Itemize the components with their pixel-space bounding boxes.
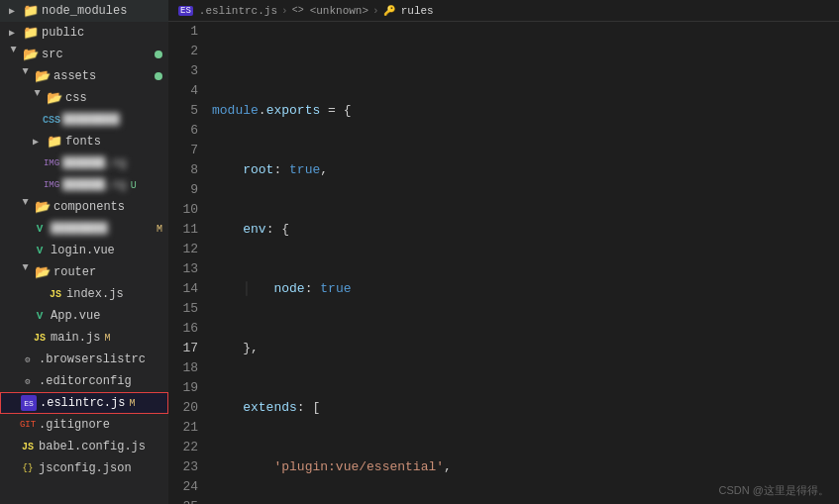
sidebar-item-label: assets: [53, 69, 96, 83]
line-num-5: 5: [178, 101, 198, 121]
css-file-icon: CSS: [44, 112, 59, 128]
line-num-24: 24: [178, 477, 198, 497]
sidebar-item-label: jsconfig.json: [39, 461, 132, 475]
sidebar-item-label: css: [65, 91, 87, 105]
folder-icon: 📁: [23, 3, 39, 19]
line-numbers: 1 2 3 4 5 6 7 8 9 10 11 12 13 14 15 16 1…: [168, 22, 208, 504]
sidebar-item-assets[interactable]: ▶ 📂 assets: [0, 65, 168, 87]
folder-open-icon: 📂: [35, 264, 51, 280]
chevron-right-icon: ▶: [28, 134, 44, 150]
line-num-12: 12: [178, 240, 198, 259]
sidebar-item-gitignore[interactable]: GIT .gitignore: [0, 414, 168, 436]
sidebar-item-src[interactable]: ▶ 📂 src: [0, 44, 168, 65]
sidebar-item-node-modules[interactable]: ▶ 📁 node_modules: [0, 0, 168, 22]
sidebar-item-label: .eslintrc.js: [40, 396, 125, 410]
sidebar-item-css-file[interactable]: CSS ████████: [0, 109, 168, 131]
vue-icon: V: [32, 243, 48, 258]
line-num-19: 19: [178, 378, 198, 398]
line-num-7: 7: [178, 141, 198, 160]
folder-open-icon: 📂: [35, 68, 51, 84]
image-icon: IMG: [44, 155, 59, 171]
sidebar-item-main-js[interactable]: JS main.js M: [0, 327, 168, 349]
eslint-breadcrumb-icon: ES: [178, 6, 193, 16]
line-num-2: 2: [178, 42, 198, 61]
file-explorer[interactable]: ▶ 📁 node_modules ▶ 📁 public ▶ 📂 src ▶ 📂 …: [0, 0, 168, 504]
folder-open-icon: 📂: [47, 90, 62, 106]
code-content[interactable]: module.exports = { root: true, env: { │ …: [208, 22, 839, 504]
sidebar-item-editorconfig[interactable]: ⚙ .editorconfig: [0, 370, 168, 392]
sidebar-item-label: ██████.ng: [62, 156, 127, 170]
line-num-16: 16: [178, 319, 198, 339]
line-num-3: 3: [178, 61, 198, 81]
sidebar-item-css[interactable]: ▶ 📂 css: [0, 87, 168, 109]
line-num-8: 8: [178, 160, 198, 180]
git-icon: GIT: [20, 417, 36, 433]
sidebar-item-label: App.vue: [51, 309, 100, 323]
sidebar-item-label: .browserslistrc: [39, 353, 146, 366]
code-line-5: },: [212, 339, 839, 358]
line-num-22: 22: [178, 438, 198, 457]
sidebar-item-label: login.vue: [51, 244, 115, 257]
code-line-4: │ node: true: [212, 279, 839, 299]
sidebar-item-label: components: [53, 200, 125, 214]
line-num-25: 25: [178, 497, 198, 504]
modified-dot: [155, 50, 162, 58]
sidebar-item-babel[interactable]: JS babel.config.js: [0, 436, 168, 457]
line-num-13: 13: [178, 259, 198, 279]
chevron-down-icon: ▶: [28, 90, 44, 106]
eslint-icon: ES: [21, 395, 37, 411]
sidebar-item-fonts[interactable]: ▶ 📁 fonts: [0, 131, 168, 152]
line-num-11: 11: [178, 220, 198, 240]
line-num-17: 17: [178, 339, 198, 358]
sidebar-item-label: ████████: [51, 222, 108, 236]
code-line-7: 'plugin:vue/essential',: [212, 457, 839, 477]
badge-m: M: [104, 333, 116, 344]
breadcrumb-rules-icon: 🔑: [383, 5, 395, 17]
sidebar-item-router[interactable]: ▶ 📂 router: [0, 261, 168, 283]
breadcrumb-sep2: ›: [372, 5, 379, 17]
breadcrumb: ES .eslintrc.js › <> <unknown> › 🔑 rules: [168, 0, 839, 22]
chevron-down-icon: ▶: [4, 47, 20, 62]
sidebar-item-label: ██████.ng: [62, 178, 127, 192]
dotfile-icon: ⚙: [20, 352, 36, 367]
sidebar-item-browserslist[interactable]: ⚙ .browserslistrc: [0, 349, 168, 370]
sidebar-item-img2[interactable]: IMG ██████.ng U: [0, 174, 168, 196]
sidebar-item-label: src: [42, 48, 63, 61]
line-num-23: 23: [178, 457, 198, 477]
line-num-9: 9: [178, 180, 198, 200]
sidebar-item-comp-file[interactable]: V ████████ M: [0, 218, 168, 240]
image-icon: IMG: [44, 177, 59, 193]
sidebar-item-login[interactable]: V login.vue: [0, 240, 168, 261]
code-line-3: env: {: [212, 220, 839, 240]
line-num-20: 20: [178, 398, 198, 418]
code-line-6: extends: [: [212, 398, 839, 418]
sidebar-item-app-vue[interactable]: V App.vue: [0, 305, 168, 327]
sidebar-item-label: babel.config.js: [39, 440, 146, 454]
sidebar-item-label: .editorconfig: [39, 374, 132, 388]
chevron-right-icon: ▶: [4, 3, 20, 19]
vue-icon: V: [32, 308, 48, 324]
code-editor[interactable]: 1 2 3 4 5 6 7 8 9 10 11 12 13 14 15 16 1…: [168, 22, 839, 504]
sidebar-item-label: node_modules: [42, 4, 127, 18]
chevron-right-icon: ▶: [4, 25, 20, 41]
sidebar-item-eslintrc[interactable]: ES .eslintrc.js M: [0, 392, 168, 414]
dotfile-icon: ⚙: [20, 373, 36, 389]
watermark: CSDN @这里是得得。: [719, 480, 829, 500]
line-num-18: 18: [178, 358, 198, 378]
sidebar-item-public[interactable]: ▶ 📁 public: [0, 22, 168, 44]
vue-icon: V: [32, 221, 48, 237]
js-icon: JS: [20, 439, 36, 454]
sidebar-item-jsconfig[interactable]: {} jsconfig.json: [0, 457, 168, 479]
line-num-14: 14: [178, 279, 198, 299]
sidebar-item-components[interactable]: ▶ 📂 components: [0, 196, 168, 218]
sidebar-item-index-js[interactable]: JS index.js: [0, 283, 168, 305]
editor-area: ES .eslintrc.js › <> <unknown> › 🔑 rules…: [168, 0, 839, 504]
line-num-10: 10: [178, 200, 198, 220]
line-num-4: 4: [178, 81, 198, 101]
json-icon: {}: [20, 460, 36, 476]
line-num-15: 15: [178, 299, 198, 319]
js-icon: JS: [48, 286, 63, 302]
line-num-21: 21: [178, 418, 198, 438]
sidebar-item-label: ████████: [62, 113, 120, 127]
sidebar-item-img1[interactable]: IMG ██████.ng: [0, 152, 168, 174]
